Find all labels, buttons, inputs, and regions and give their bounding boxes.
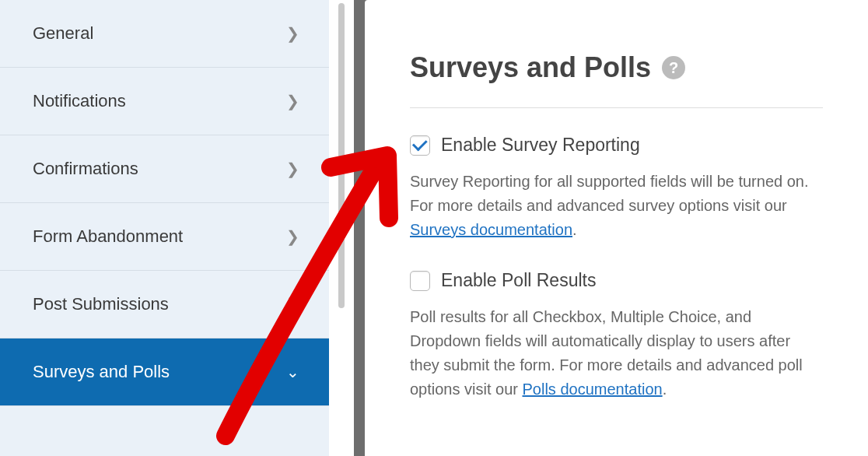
sidebar-item-post-submissions[interactable]: Post Submissions ❯ bbox=[0, 271, 329, 338]
chevron-right-icon: ❯ bbox=[286, 92, 299, 110]
sidebar-item-label: Confirmations bbox=[33, 159, 138, 179]
sidebar-item-label: Form Abandonment bbox=[33, 226, 183, 247]
chevron-right-icon: ❯ bbox=[286, 24, 299, 43]
option-head: Enable Survey Reporting bbox=[410, 135, 823, 156]
sidebar-item-label: Notifications bbox=[33, 91, 126, 111]
polls-documentation-link[interactable]: Polls documentation bbox=[523, 381, 663, 398]
help-icon[interactable]: ? bbox=[662, 56, 685, 79]
option-head: Enable Poll Results bbox=[410, 270, 823, 291]
sidebar-item-confirmations[interactable]: Confirmations ❯ bbox=[0, 135, 329, 203]
option-desc-suffix: . bbox=[572, 221, 577, 238]
panel-title-text: Surveys and Polls bbox=[410, 51, 651, 84]
option-label: Enable Poll Results bbox=[441, 270, 596, 291]
sidebar-item-label: Post Submissions bbox=[33, 294, 169, 314]
option-label: Enable Survey Reporting bbox=[441, 135, 640, 156]
settings-panel-wrap: Surveys and Polls ? Enable Survey Report… bbox=[354, 0, 868, 456]
option-desc-suffix: . bbox=[663, 381, 667, 398]
settings-sidebar: General ❯ Notifications ❯ Confirmations … bbox=[0, 0, 329, 456]
divider-column bbox=[329, 0, 354, 456]
surveys-documentation-link[interactable]: Surveys documentation bbox=[410, 221, 572, 238]
sidebar-item-label: Surveys and Polls bbox=[33, 362, 170, 382]
chevron-right-icon: ❯ bbox=[286, 160, 299, 178]
option-description: Survey Reporting for all supported field… bbox=[410, 170, 823, 242]
chevron-right-icon: ❯ bbox=[286, 227, 299, 246]
checkbox-enable-survey-reporting[interactable] bbox=[410, 135, 430, 156]
option-enable-survey-reporting: Enable Survey Reporting Survey Reporting… bbox=[410, 135, 823, 242]
sidebar-item-surveys-polls[interactable]: Surveys and Polls ⌄ bbox=[0, 338, 329, 406]
panel-title: Surveys and Polls ? bbox=[410, 51, 685, 84]
sidebar-item-form-abandonment[interactable]: Form Abandonment ❯ bbox=[0, 203, 329, 271]
checkbox-enable-poll-results[interactable] bbox=[410, 271, 430, 291]
chevron-right-icon: ❯ bbox=[286, 295, 299, 314]
scrollbar[interactable] bbox=[338, 3, 345, 308]
sidebar-item-label: General bbox=[33, 23, 93, 44]
settings-panel: Surveys and Polls ? Enable Survey Report… bbox=[365, 0, 868, 456]
divider bbox=[410, 107, 823, 108]
chevron-down-icon: ⌄ bbox=[286, 363, 299, 381]
option-enable-poll-results: Enable Poll Results Poll results for all… bbox=[410, 270, 823, 402]
option-description: Poll results for all Checkbox, Multiple … bbox=[410, 305, 823, 402]
sidebar-item-notifications[interactable]: Notifications ❯ bbox=[0, 68, 329, 135]
option-desc-text: Survey Reporting for all supported field… bbox=[410, 173, 809, 214]
sidebar-item-general[interactable]: General ❯ bbox=[0, 0, 329, 68]
